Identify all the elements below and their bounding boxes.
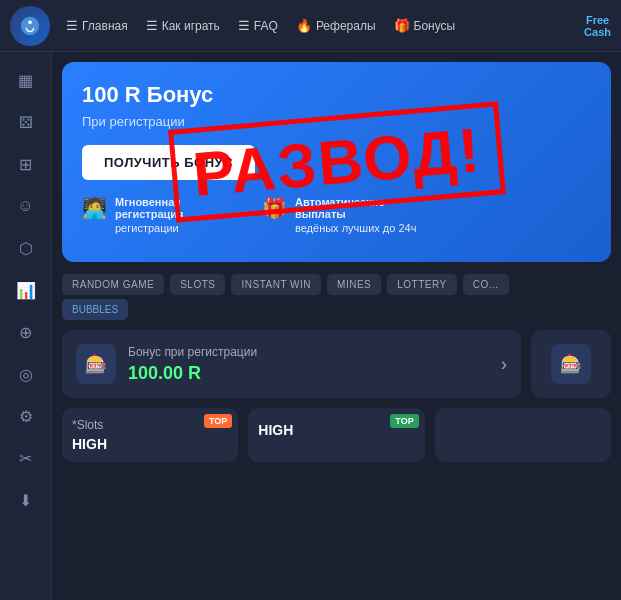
sidebar-item-plus[interactable]: ⊕ (8, 314, 44, 350)
nav-main-icon: ☰ (66, 18, 78, 33)
free-cash-line1: Free (586, 14, 609, 26)
tab-lottery[interactable]: LOTTERY (387, 274, 456, 295)
feature-registration-text: Мгновенная регистрация регистрации (115, 196, 242, 234)
game-card-3[interactable] (435, 408, 611, 462)
banner-subtitle: При регистрации (82, 114, 591, 129)
nav-main-label: Главная (82, 19, 128, 33)
sidebar-item-emoji[interactable]: ☺ (8, 188, 44, 224)
sidebar-item-slots[interactable]: ▦ (8, 62, 44, 98)
bonus-card-info: Бонус при регистрации 100.00 R (128, 345, 489, 384)
bonus-card-icon: 🎰 (76, 344, 116, 384)
nav-bonuses-icon: 🎁 (394, 18, 410, 33)
registration-icon: 🧑‍💻 (82, 196, 107, 220)
nav-main[interactable]: ☰ Главная (60, 14, 134, 37)
bonus-cards-row: 🎰 Бонус при регистрации 100.00 R › 🎰 (62, 330, 611, 398)
banner-features: 🧑‍💻 Мгновенная регистрация регистрации 🎁… (82, 196, 591, 234)
feature2-desc: ведёных лучших до 24ч (295, 222, 422, 234)
nav-how[interactable]: ☰ Как играть (140, 14, 226, 37)
category-tabs: RANDOM GAME SLOTS INSTANT WIN MINES LOTT… (62, 274, 611, 295)
sidebar-item-grid[interactable]: ⊞ (8, 146, 44, 182)
feature2-title: Автоматические выплаты (295, 196, 422, 220)
nav-how-icon: ☰ (146, 18, 158, 33)
tab-instant-win[interactable]: INSTANT WIN (231, 274, 321, 295)
nav-bonuses[interactable]: 🎁 Бонусы (388, 14, 462, 37)
nav-faq[interactable]: ☰ FAQ (232, 14, 284, 37)
tab-slots[interactable]: SLOTS (170, 274, 225, 295)
free-cash-button[interactable]: Free Cash (584, 14, 611, 38)
sidebar: ▦ ⚄ ⊞ ☺ ⬡ 📊 ⊕ ◎ ⚙ ✂ ⬇ (0, 52, 52, 600)
sidebar-item-dice[interactable]: ⚄ (8, 104, 44, 140)
bonus-card-value: 100.00 R (128, 363, 489, 384)
bonus-card-arrow: › (501, 354, 507, 375)
tab-mines[interactable]: MINES (327, 274, 381, 295)
feature1-title: Мгновенная регистрация (115, 196, 242, 220)
free-cash-line2: Cash (584, 26, 611, 38)
promo-banner: 100 R Бонус При регистрации ПОЛУЧИТЬ БОН… (62, 62, 611, 262)
sidebar-item-arrow[interactable]: ⬇ (8, 482, 44, 518)
sidebar-item-scissors[interactable]: ✂ (8, 440, 44, 476)
nav-faq-label: FAQ (254, 19, 278, 33)
bonus-card-icon-2: 🎰 (551, 344, 591, 384)
game-card-2-badge: TOP (390, 414, 418, 428)
bonus-card-registration[interactable]: 🎰 Бонус при регистрации 100.00 R › (62, 330, 521, 398)
bonus-card-secondary[interactable]: 🎰 (531, 330, 611, 398)
sidebar-item-settings[interactable]: ⚙ (8, 398, 44, 434)
main-content: 100 R Бонус При регистрации ПОЛУЧИТЬ БОН… (52, 52, 621, 600)
game-card-slots[interactable]: *Slots TOP HIGH (62, 408, 238, 462)
feature-payouts: 🎁 Автоматические выплаты ведёных лучших … (262, 196, 422, 234)
feature-payouts-text: Автоматические выплаты ведёных лучших до… (295, 196, 422, 234)
sidebar-item-hex[interactable]: ⬡ (8, 230, 44, 266)
bonus-card-title: Бонус при регистрации (128, 345, 489, 359)
logo[interactable] (10, 6, 50, 46)
nav-referrals-label: Рефералы (316, 19, 376, 33)
get-bonus-button[interactable]: ПОЛУЧИТЬ БОНУС (82, 145, 255, 180)
tab-random-game[interactable]: RANDOM GAME (62, 274, 164, 295)
sidebar-item-circle[interactable]: ◎ (8, 356, 44, 392)
tab-bubbles[interactable]: BUBBLES (62, 299, 128, 320)
nav-faq-icon: ☰ (238, 18, 250, 33)
nav-bonuses-label: Бонусы (414, 19, 456, 33)
header: ☰ Главная ☰ Как играть ☰ FAQ 🔥 Рефералы … (0, 0, 621, 52)
nav-how-label: Как играть (162, 19, 220, 33)
banner-title: 100 R Бонус (82, 82, 591, 108)
game-card-slots-value: HIGH (72, 436, 228, 452)
game-cards-row: *Slots TOP HIGH TOP HIGH (62, 408, 611, 462)
main-layout: ▦ ⚄ ⊞ ☺ ⬡ 📊 ⊕ ◎ ⚙ ✂ ⬇ 100 R Бонус При ре… (0, 52, 621, 600)
game-card-2[interactable]: TOP HIGH (248, 408, 424, 462)
category-tabs-row2: BUBBLES (62, 299, 611, 320)
tab-co[interactable]: CO... (463, 274, 509, 295)
payouts-icon: 🎁 (262, 196, 287, 220)
feature-registration: 🧑‍💻 Мгновенная регистрация регистрации (82, 196, 242, 234)
game-card-slots-badge: TOP (204, 414, 232, 428)
nav-bar: ☰ Главная ☰ Как играть ☰ FAQ 🔥 Рефералы … (60, 14, 574, 37)
nav-referrals[interactable]: 🔥 Рефералы (290, 14, 382, 37)
feature1-desc: регистрации (115, 222, 242, 234)
sidebar-item-chart[interactable]: 📊 (8, 272, 44, 308)
nav-referrals-icon: 🔥 (296, 18, 312, 33)
